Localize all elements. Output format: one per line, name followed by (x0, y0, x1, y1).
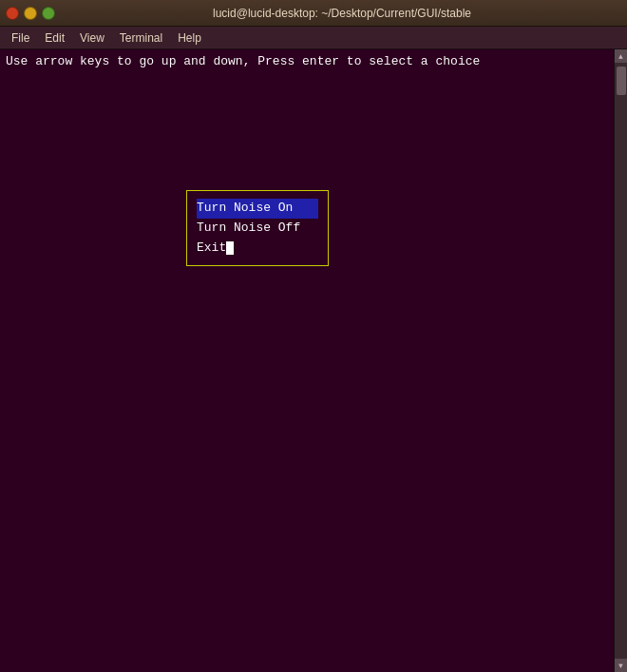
cursor (226, 241, 234, 255)
scroll-down-arrow[interactable]: ▼ (615, 659, 628, 672)
scrollbar[interactable]: ▲ ▼ (614, 49, 627, 672)
menu-terminal[interactable]: Terminal (112, 29, 170, 47)
menu-view[interactable]: View (72, 29, 112, 47)
terminal-content: Use arrow keys to go up and down, Press … (0, 49, 614, 672)
maximize-button[interactable] (42, 7, 55, 20)
scrollbar-thumb[interactable] (617, 67, 626, 95)
menubar: File Edit View Terminal Help (0, 27, 627, 49)
menu-help[interactable]: Help (170, 29, 209, 47)
selection-menu: Turn Noise On Turn Noise Off Exit (186, 190, 329, 266)
close-button[interactable] (6, 7, 19, 20)
window-controls (6, 7, 55, 20)
window-title: lucid@lucid-desktop: ~/Desktop/Current/G… (63, 7, 621, 20)
scrollbar-track[interactable] (615, 63, 627, 659)
menu-option-turn-noise-on[interactable]: Turn Noise On (197, 199, 318, 219)
minimize-button[interactable] (24, 7, 37, 20)
scroll-up-arrow[interactable]: ▲ (615, 49, 628, 63)
menu-option-exit[interactable]: Exit (197, 239, 318, 259)
instruction-text: Use arrow keys to go up and down, Press … (6, 53, 608, 70)
menu-option-turn-noise-off[interactable]: Turn Noise Off (197, 219, 318, 239)
menu-file[interactable]: File (4, 29, 37, 47)
titlebar: lucid@lucid-desktop: ~/Desktop/Current/G… (0, 0, 627, 27)
terminal-area: Use arrow keys to go up and down, Press … (0, 49, 627, 672)
menu-edit[interactable]: Edit (37, 29, 72, 47)
